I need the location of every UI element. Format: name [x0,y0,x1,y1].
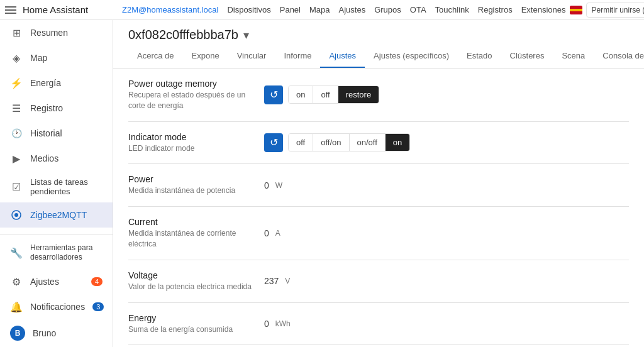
current-unit: A [275,229,280,238]
setting-info: Current Medida instantánea de corriente … [128,217,254,250]
ajustes-badge: 4 [91,277,103,286]
setting-info: Power outage memory Recupera el estado d… [128,79,254,111]
tab-acerca[interactable]: Acerca de [128,45,183,68]
sidebar: ⊞ Resumen ◈ Map ⚡ Energía ☰ Registro 🕐 H… [0,20,113,347]
nav-panel[interactable]: Panel [276,0,304,20]
sidebar-item-zigbee[interactable]: Zigbee2MQTT [0,202,113,228]
sidebar-item-notificaciones[interactable]: 🔔 Notificaciones 3 [0,294,113,319]
nav-touchlink[interactable]: Touchlink [431,0,473,20]
sidebar-item-label: Bruno [33,328,56,338]
nav-grupos[interactable]: Grupos [370,0,405,20]
device-id: 0xf082c0fffebbba7b [128,28,238,42]
btn-group-indicator: off off/on on/off on [288,133,410,151]
btn-restore[interactable]: restore [338,86,379,103]
tab-clusteres[interactable]: Clústeres [501,45,553,68]
tab-escena[interactable]: Scena [553,45,594,68]
nav-dispositivos[interactable]: Dispositivos [223,0,274,20]
setting-info: Power Medida instantánea de potencia [128,174,254,196]
tab-ajustes[interactable]: Ajustes [320,45,365,68]
reset-button-power-outage[interactable]: ↺ [264,85,283,104]
notificaciones-badge: 3 [92,302,104,311]
sidebar-item-historial[interactable]: 🕐 Historial [0,121,113,146]
tab-consola[interactable]: Consola de desarrollo [594,45,644,68]
permit-dropdown[interactable]: Permitir unirse (Todos) ▾ [586,3,644,18]
content: 0xf082c0fffebbba7b ▾ Acerca de Expone Vi… [113,20,644,347]
setting-control: 0 W [264,180,282,190]
main-layout: ⊞ Resumen ◈ Map ⚡ Energía ☰ Registro 🕐 H… [0,20,644,347]
sidebar-item-label: Map [30,53,47,63]
setting-energy: Energy Suma de la energía consumida 0 kW… [128,303,629,346]
sidebar-item-ajustes[interactable]: ⚙ Ajustes 4 [0,269,113,294]
sidebar-item-label: Ajustes [30,277,59,287]
app-title: Home Assistant [23,4,88,15]
setting-label: Voltage [128,270,254,280]
energy-icon: ⚡ [10,77,23,89]
setting-desc: Medida instantánea de potencia [128,185,254,196]
reset-button-indicator[interactable]: ↺ [264,133,283,152]
sidebar-item-label: Medios [30,153,58,163]
device-header: 0xf082c0fffebbba7b ▾ [113,20,644,42]
tasks-icon: ☑ [10,180,23,193]
setting-control: 0 kWh [264,319,291,329]
energy-value: 0 [264,319,269,329]
z2m-link[interactable]: Z2M@homeassistant.local [118,0,222,20]
nav-registros[interactable]: Registros [474,0,516,20]
topbar: Home Assistant Z2M@homeassistant.local D… [0,0,644,20]
svg-point-1 [14,213,18,217]
setting-info: Voltage Valor de la potencia electrica m… [128,270,254,292]
setting-label: Indicator mode [128,132,254,142]
btn-off[interactable]: off [313,86,338,103]
nav-extensiones[interactable]: Extensiones [518,0,570,20]
power-value: 0 [264,180,269,190]
tabs: Acerca de Expone Vincular Informe Ajuste… [113,45,644,69]
tab-expone[interactable]: Expone [183,45,228,68]
tab-ajustes-esp[interactable]: Ajustes (específicos) [365,45,458,68]
sidebar-item-resumen[interactable]: ⊞ Resumen [0,20,113,45]
setting-info: Indicator mode LED indicator mode [128,132,254,154]
sidebar-item-registro[interactable]: ☰ Registro [0,96,113,121]
topbar-left: Home Assistant [5,4,118,16]
nav-ajustes[interactable]: Ajustes [335,0,370,20]
power-unit: W [275,181,282,190]
btn-group-power-outage: on off restore [288,85,379,104]
sidebar-divider [0,234,113,234]
setting-control: 0 A [264,228,280,238]
gear-icon: ⚙ [10,275,23,288]
grid-icon: ⊞ [10,26,23,39]
tools-icon: 🔧 [10,246,23,259]
tab-informe[interactable]: Informe [275,45,320,68]
btn-off-on[interactable]: off/on [313,134,349,151]
sidebar-item-label: Resumen [30,28,68,38]
hamburger-icon[interactable] [5,4,18,16]
setting-indicator-mode: Indicator mode LED indicator mode ↺ off … [128,122,629,165]
nav-ota[interactable]: OTA [406,0,430,20]
sidebar-item-energia[interactable]: ⚡ Energía [0,70,113,96]
nav-mapa[interactable]: Mapa [306,0,334,20]
sidebar-item-map[interactable]: ◈ Map [0,45,113,70]
device-dropdown-icon[interactable]: ▾ [243,28,249,42]
setting-voltage: Voltage Valor de la potencia electrica m… [128,260,629,303]
setting-desc: Medida instantánea de corriente eléctric… [128,228,254,250]
sidebar-item-medios[interactable]: ▶ Medios [0,146,113,171]
btn-on-off[interactable]: on/off [350,134,386,151]
btn-off[interactable]: off [289,134,313,151]
media-icon: ▶ [10,152,23,165]
sidebar-item-bruno[interactable]: B Bruno [0,319,113,347]
setting-power-outage-memory: Power outage memory Recupera el estado d… [128,69,629,122]
setting-current: Current Medida instantánea de corriente … [128,207,629,260]
energy-unit: kWh [275,319,291,328]
flag-icon [570,6,582,14]
sidebar-item-herramientas[interactable]: 🔧 Herramientas para desarrolladores [0,237,113,269]
current-value: 0 [264,228,269,238]
tab-vincular[interactable]: Vincular [228,45,275,68]
bell-icon: 🔔 [10,300,23,313]
tab-estado[interactable]: Estado [458,45,501,68]
btn-on[interactable]: on [386,134,409,151]
setting-control: ↺ off off/on on/off on [264,133,410,152]
btn-on[interactable]: on [289,86,313,103]
setting-control: ↺ on off restore [264,85,379,104]
setting-desc: Valor de la potencia electrica medida [128,282,254,292]
setting-desc: LED indicator mode [128,143,254,154]
sidebar-item-label: Notificaciones [30,302,85,312]
sidebar-item-tareas[interactable]: ☑ Listas de tareas pendientes [0,171,113,202]
